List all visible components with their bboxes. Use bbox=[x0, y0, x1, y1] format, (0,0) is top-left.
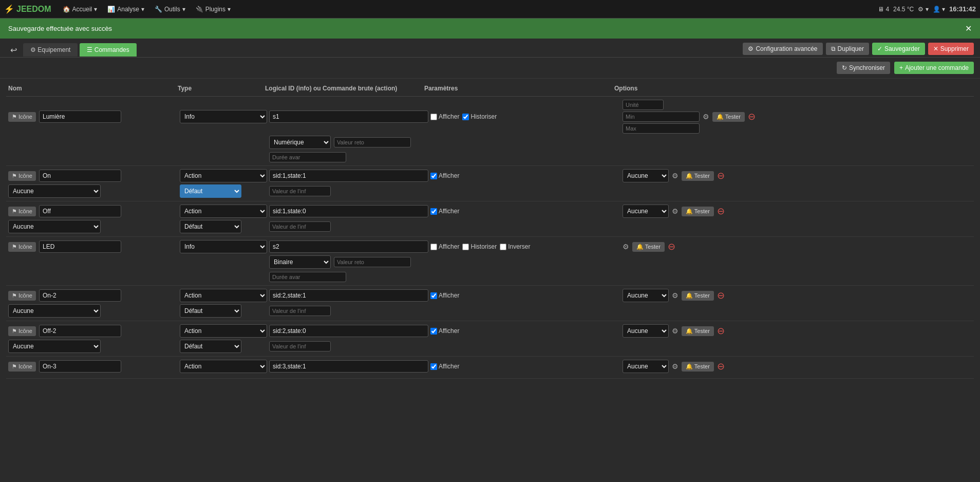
type-select-3[interactable]: Action Info bbox=[180, 205, 267, 218]
user-icon[interactable]: 👤 ▾ bbox=[933, 6, 945, 13]
aucune-select-6[interactable]: Aucune bbox=[623, 324, 669, 338]
nav-outils[interactable]: 🔧 Outils ▾ bbox=[149, 0, 191, 18]
delete-button[interactable]: ✕ Supprimer bbox=[928, 43, 974, 55]
type-select-1[interactable]: Info Action bbox=[180, 110, 267, 123]
afficher-check-7[interactable] bbox=[430, 363, 437, 370]
afficher-check-2[interactable] bbox=[430, 173, 437, 179]
icon-button-5[interactable]: ⚑ Icône bbox=[8, 291, 36, 301]
logical-input-2[interactable] bbox=[269, 170, 428, 182]
historiser-label-1[interactable]: Historiser bbox=[462, 113, 497, 120]
icon-button-1[interactable]: ⚑ Icône bbox=[8, 112, 36, 122]
gear-button-3[interactable]: ⚙ bbox=[672, 207, 679, 215]
nav-accueil[interactable]: 🏠 Accueil ▾ bbox=[58, 0, 103, 18]
afficher-check-3[interactable] bbox=[430, 208, 437, 215]
valeur-retour-4[interactable] bbox=[334, 257, 411, 267]
aucune-select-6b[interactable]: Aucune bbox=[8, 340, 101, 353]
type-select-6[interactable]: Action Info bbox=[180, 324, 267, 338]
advanced-config-button[interactable]: ⚙ Configuration avancée bbox=[743, 43, 822, 55]
name-input-6[interactable] bbox=[39, 325, 121, 337]
alert-close-button[interactable]: ✕ bbox=[965, 24, 972, 33]
defaut-select-2[interactable]: Défaut bbox=[180, 184, 241, 198]
tester-button-3[interactable]: 🔔 Tester bbox=[682, 207, 714, 216]
gear-button-1[interactable]: ⚙ bbox=[703, 113, 709, 121]
logical-input-5[interactable] bbox=[269, 289, 428, 302]
defaut-select-5[interactable]: Défaut bbox=[180, 304, 241, 318]
remove-button-1[interactable]: ⊖ bbox=[748, 112, 756, 121]
tab-equipment[interactable]: ⚙ Equipement bbox=[23, 43, 78, 57]
afficher-check-4[interactable] bbox=[430, 244, 437, 250]
name-input-7[interactable] bbox=[39, 360, 121, 373]
remove-button-4[interactable]: ⊖ bbox=[668, 242, 675, 251]
tester-button-4[interactable]: 🔔 Tester bbox=[632, 242, 665, 252]
duree-avar-1[interactable] bbox=[269, 152, 346, 162]
logical-input-7[interactable] bbox=[269, 360, 428, 373]
type-select-7[interactable]: Action Info bbox=[180, 360, 267, 373]
logical-input-1[interactable] bbox=[269, 110, 428, 123]
aucune-select-3[interactable]: Aucune bbox=[623, 205, 669, 218]
gear-button-4[interactable]: ⚙ bbox=[623, 243, 629, 251]
nav-analyse[interactable]: 📊 Analyse ▾ bbox=[102, 0, 149, 18]
tester-button-2[interactable]: 🔔 Tester bbox=[682, 171, 714, 181]
historiser-label-4[interactable]: Historiser bbox=[462, 243, 497, 250]
name-input-3[interactable] bbox=[39, 205, 121, 217]
aucune-select-5b[interactable]: Aucune bbox=[8, 304, 101, 318]
inverser-label-4[interactable]: Inverser bbox=[500, 243, 530, 250]
name-input-4[interactable] bbox=[39, 240, 121, 253]
afficher-label-7[interactable]: Afficher bbox=[430, 363, 459, 370]
nav-plugins[interactable]: 🔌 Plugins ▾ bbox=[191, 0, 236, 18]
remove-button-3[interactable]: ⊖ bbox=[717, 207, 725, 216]
type-select-2[interactable]: Action Info bbox=[180, 169, 267, 182]
duree-avar-4[interactable] bbox=[269, 272, 346, 282]
afficher-label-3[interactable]: Afficher bbox=[430, 208, 459, 215]
afficher-label-6[interactable]: Afficher bbox=[430, 327, 459, 335]
valeur-retour-1[interactable] bbox=[334, 137, 411, 147]
afficher-check-1[interactable] bbox=[430, 114, 437, 120]
icon-button-3[interactable]: ⚑ Icône bbox=[8, 207, 36, 216]
settings-icon[interactable]: ⚙ ▾ bbox=[918, 6, 928, 13]
name-input-2[interactable] bbox=[39, 170, 121, 182]
remove-button-5[interactable]: ⊖ bbox=[717, 291, 725, 300]
duplicate-button[interactable]: ⧉ Dupliquer bbox=[826, 43, 869, 55]
sync-button[interactable]: ↻ Synchroniser bbox=[837, 62, 890, 74]
valeur-input-6[interactable] bbox=[269, 341, 331, 351]
afficher-label-2[interactable]: Afficher bbox=[430, 172, 459, 179]
subtype-select-1[interactable]: Numérique Binaire bbox=[269, 136, 331, 149]
defaut-select-6[interactable]: Défaut bbox=[180, 340, 241, 353]
gear-button-2[interactable]: ⚙ bbox=[672, 172, 679, 180]
afficher-check-5[interactable] bbox=[430, 292, 437, 299]
gear-button-5[interactable]: ⚙ bbox=[672, 291, 679, 300]
type-select-5[interactable]: Action Info bbox=[180, 289, 267, 302]
tester-button-1[interactable]: 🔔 Tester bbox=[712, 112, 745, 122]
min-input-1[interactable] bbox=[623, 112, 700, 122]
logical-input-3[interactable] bbox=[269, 205, 428, 217]
aucune-select-3b[interactable]: Aucune bbox=[8, 220, 101, 233]
gear-button-7[interactable]: ⚙ bbox=[672, 362, 679, 370]
historiser-check-4[interactable] bbox=[462, 244, 469, 250]
tester-button-6[interactable]: 🔔 Tester bbox=[682, 326, 714, 336]
icon-button-4[interactable]: ⚑ Icône bbox=[8, 242, 36, 252]
icon-button-7[interactable]: ⚑ Icône bbox=[8, 362, 36, 372]
valeur-input-3[interactable] bbox=[269, 221, 331, 232]
afficher-label-4[interactable]: Afficher bbox=[430, 243, 459, 250]
afficher-label-5[interactable]: Afficher bbox=[430, 292, 459, 299]
inverser-check-4[interactable] bbox=[500, 244, 506, 250]
aucune-select-7[interactable]: Aucune bbox=[623, 360, 669, 373]
aucune-select-2[interactable]: Aucune bbox=[623, 169, 669, 182]
aucune-select-2b[interactable]: Aucune bbox=[8, 184, 101, 198]
defaut-select-3[interactable]: Défaut bbox=[180, 220, 241, 233]
remove-button-2[interactable]: ⊖ bbox=[717, 171, 725, 180]
save-button[interactable]: ✓ Sauvegarder bbox=[872, 43, 925, 55]
afficher-check-6[interactable] bbox=[430, 328, 437, 335]
logical-input-4[interactable] bbox=[269, 240, 428, 253]
back-button[interactable]: ↩ bbox=[6, 43, 21, 57]
icon-button-2[interactable]: ⚑ Icône bbox=[8, 171, 36, 181]
tester-button-5[interactable]: 🔔 Tester bbox=[682, 291, 714, 301]
afficher-label-1[interactable]: Afficher bbox=[430, 113, 459, 120]
unite-input-1[interactable] bbox=[623, 100, 664, 110]
max-input-1[interactable] bbox=[623, 123, 700, 134]
name-input-1[interactable] bbox=[39, 110, 121, 123]
gear-button-6[interactable]: ⚙ bbox=[672, 327, 679, 335]
aucune-select-5[interactable]: Aucune bbox=[623, 289, 669, 302]
icon-button-6[interactable]: ⚑ Icône bbox=[8, 326, 36, 336]
tester-button-7[interactable]: 🔔 Tester bbox=[682, 362, 714, 372]
